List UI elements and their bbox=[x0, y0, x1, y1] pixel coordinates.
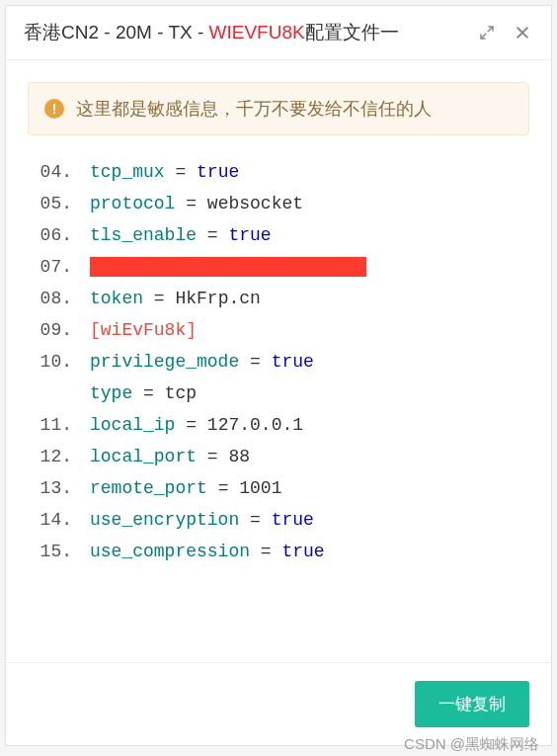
token-key: use_encryption bbox=[90, 510, 239, 530]
code-line: 13remote_port = 1001 bbox=[29, 472, 528, 504]
code-block: 04tcp_mux = true05protocol = websocket06… bbox=[28, 155, 529, 640]
code-line: 10privilege_mode = true bbox=[29, 346, 528, 378]
token-op: = bbox=[165, 162, 197, 182]
code-content: protocol = websocket bbox=[82, 188, 528, 219]
code-content bbox=[82, 251, 528, 283]
token-val: true bbox=[197, 162, 239, 182]
code-line: type = tcp bbox=[29, 378, 528, 409]
warning-icon: ! bbox=[44, 99, 64, 119]
token-op: = bbox=[250, 542, 281, 561]
code-line: 11local_ip = 127.0.0.1 bbox=[29, 409, 528, 441]
token-op: = bbox=[207, 478, 239, 498]
token-key: tls_enable bbox=[90, 225, 197, 245]
title-highlight: WIEVFU8K bbox=[209, 22, 305, 42]
token-str: tcp bbox=[165, 383, 197, 403]
line-number: 13 bbox=[29, 472, 82, 504]
title-suffix: 配置文件一 bbox=[305, 22, 399, 42]
token-sec: [wiEvFu8k] bbox=[90, 320, 197, 340]
token-val: true bbox=[272, 510, 314, 530]
line-number: 11 bbox=[29, 409, 82, 441]
warning-alert: ! 这里都是敏感信息，千万不要发给不信任的人 bbox=[28, 82, 529, 135]
token-str: websocket bbox=[207, 194, 303, 213]
code-content: privilege_mode = true bbox=[82, 346, 528, 378]
token-key: tcp_mux bbox=[90, 162, 165, 182]
modal-title: 香港CN2 - 20M - TX - WIEVFU8K配置文件一 bbox=[24, 20, 476, 45]
code-content: remote_port = 1001 bbox=[82, 472, 528, 504]
header-actions bbox=[476, 22, 533, 43]
token-key: use_compression bbox=[90, 542, 250, 561]
token-val: true bbox=[281, 542, 324, 561]
code-content: type = tcp bbox=[82, 378, 528, 409]
token-str: HkFrp.cn bbox=[175, 289, 260, 308]
token-op: = bbox=[197, 447, 228, 466]
line-number: 10 bbox=[29, 346, 82, 378]
token-val: true bbox=[272, 352, 314, 372]
code-line: 07 bbox=[29, 251, 528, 283]
line-number: 14 bbox=[29, 504, 82, 536]
warning-text: 这里都是敏感信息，千万不要发给不信任的人 bbox=[76, 97, 432, 121]
modal-footer: 一键复制 bbox=[6, 662, 551, 745]
code-line: 08token = HkFrp.cn bbox=[29, 283, 528, 314]
token-op: = bbox=[143, 289, 175, 308]
code-content: token = HkFrp.cn bbox=[82, 283, 528, 314]
code-scroll[interactable]: 04tcp_mux = true05protocol = websocket06… bbox=[29, 156, 528, 639]
line-number: 15 bbox=[29, 536, 82, 567]
copy-button[interactable]: 一键复制 bbox=[415, 681, 529, 727]
code-line: 09[wiEvFu8k] bbox=[29, 314, 528, 346]
token-key: type bbox=[90, 383, 132, 403]
code-line: 04tcp_mux = true bbox=[29, 156, 528, 188]
modal-body: ! 这里都是敏感信息，千万不要发给不信任的人 04tcp_mux = true0… bbox=[6, 60, 551, 662]
code-content: local_ip = 127.0.0.1 bbox=[82, 409, 528, 441]
line-number: 04 bbox=[29, 156, 82, 188]
code-content: use_encryption = true bbox=[82, 504, 528, 536]
code-line: 05protocol = websocket bbox=[29, 188, 528, 219]
redacted-block bbox=[90, 257, 366, 277]
close-icon[interactable] bbox=[512, 22, 533, 43]
token-op: = bbox=[239, 510, 271, 530]
code-line: 12local_port = 88 bbox=[29, 441, 528, 472]
fullscreen-icon[interactable] bbox=[476, 22, 498, 43]
token-op: = bbox=[175, 194, 206, 213]
line-number: 07 bbox=[29, 251, 82, 283]
line-number: 06 bbox=[29, 219, 82, 251]
code-content: tls_enable = true bbox=[82, 219, 528, 251]
token-op: = bbox=[239, 352, 271, 372]
token-op: = bbox=[132, 383, 164, 403]
token-key: remote_port bbox=[90, 478, 207, 498]
token-op: = bbox=[175, 415, 206, 435]
token-key: local_port bbox=[90, 447, 197, 466]
line-number bbox=[29, 378, 82, 409]
token-val: true bbox=[228, 225, 271, 245]
line-number: 08 bbox=[29, 283, 82, 314]
token-op: = bbox=[197, 225, 228, 245]
line-number: 09 bbox=[29, 314, 82, 346]
token-key: privilege_mode bbox=[90, 352, 239, 372]
token-key: token bbox=[90, 289, 143, 308]
token-num: 88 bbox=[228, 447, 250, 466]
code-content: use_compression = true bbox=[82, 536, 528, 567]
modal-header: 香港CN2 - 20M - TX - WIEVFU8K配置文件一 bbox=[6, 6, 551, 60]
code-content: tcp_mux = true bbox=[82, 156, 528, 188]
title-prefix: 香港CN2 - 20M - TX - bbox=[24, 22, 209, 42]
code-content: [wiEvFu8k] bbox=[82, 314, 528, 346]
token-key: protocol bbox=[90, 194, 175, 213]
line-number: 12 bbox=[29, 441, 82, 472]
token-num: 127.0.0.1 bbox=[207, 415, 303, 435]
line-number: 05 bbox=[29, 188, 82, 219]
token-num: 1001 bbox=[239, 478, 281, 498]
code-content: local_port = 88 bbox=[82, 441, 528, 472]
code-line: 06tls_enable = true bbox=[29, 219, 528, 251]
code-line: 15use_compression = true bbox=[29, 536, 528, 567]
config-modal: 香港CN2 - 20M - TX - WIEVFU8K配置文件一 ! 这里都是敏… bbox=[5, 5, 552, 746]
code-line: 14use_encryption = true bbox=[29, 504, 528, 536]
token-key: local_ip bbox=[90, 415, 175, 435]
